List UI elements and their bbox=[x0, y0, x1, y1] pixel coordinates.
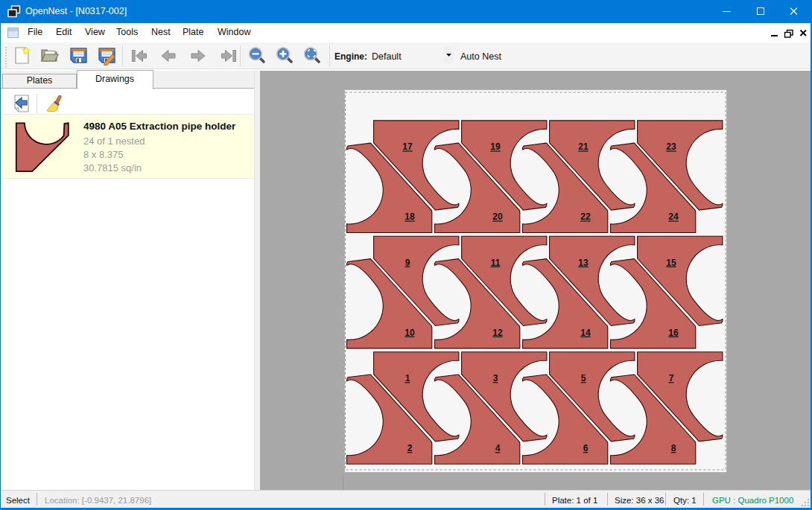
svg-text:16: 16 bbox=[668, 328, 679, 338]
svg-text:22: 22 bbox=[580, 211, 591, 222]
svg-text:12: 12 bbox=[492, 328, 503, 338]
svg-text:24: 24 bbox=[668, 211, 679, 222]
svg-text:2: 2 bbox=[407, 443, 413, 453]
svg-text:17: 17 bbox=[402, 141, 413, 152]
svg-text:13: 13 bbox=[578, 258, 589, 268]
svg-text:6: 6 bbox=[583, 443, 589, 453]
svg-text:10: 10 bbox=[405, 328, 415, 338]
svg-text:11: 11 bbox=[491, 258, 501, 268]
svg-text:7: 7 bbox=[669, 373, 674, 383]
svg-text:23: 23 bbox=[666, 141, 676, 152]
svg-text:21: 21 bbox=[578, 141, 589, 152]
svg-text:8: 8 bbox=[671, 443, 676, 453]
svg-text:5: 5 bbox=[581, 373, 586, 383]
svg-text:3: 3 bbox=[493, 373, 498, 383]
svg-text:14: 14 bbox=[580, 328, 591, 338]
svg-text:20: 20 bbox=[492, 211, 503, 222]
svg-text:9: 9 bbox=[405, 258, 410, 268]
svg-text:18: 18 bbox=[405, 211, 415, 222]
svg-text:4: 4 bbox=[495, 443, 501, 453]
svg-text:15: 15 bbox=[666, 258, 676, 268]
svg-text:1: 1 bbox=[405, 373, 410, 383]
svg-text:19: 19 bbox=[490, 141, 501, 152]
